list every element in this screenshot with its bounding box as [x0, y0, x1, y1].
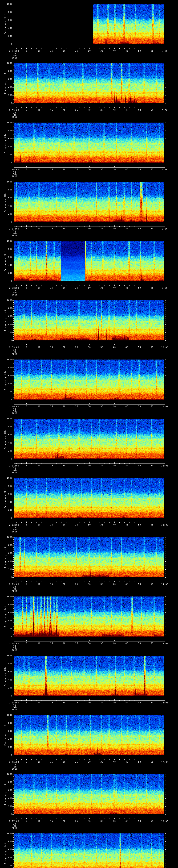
- y-tick-label: 200: [2, 687, 12, 689]
- x-tick-label: 40: [110, 583, 119, 585]
- x-tick-label: 50: [135, 702, 144, 704]
- x-tick-label: 45: [123, 465, 131, 467]
- y-axis-title: Frequency (Hz): [4, 784, 6, 805]
- y-tick-label: 400: [2, 382, 12, 385]
- y-tick-label: 800: [2, 11, 12, 13]
- x-tick-label: 35: [97, 287, 106, 289]
- x-axis-end-time: 9:00: [159, 287, 170, 289]
- y-axis-title: Frequency (Hz): [4, 369, 6, 390]
- y-tick-label: 400: [2, 27, 12, 29]
- x-tick-label: 25: [72, 227, 81, 230]
- y-axis-title: Frequency (Hz): [4, 665, 6, 686]
- spectrogram-panel: Frequency (Hz) 1000 800 600 400 200 0 2:…: [0, 0, 178, 59]
- x-tick-label: 40: [110, 109, 119, 111]
- x-tick-label: 40: [110, 168, 119, 170]
- y-tick-label: 800: [2, 129, 12, 132]
- y-tick-label: 600: [2, 19, 12, 21]
- x-tick-label: 30: [85, 642, 94, 645]
- y-axis-title: Frequency (Hz): [4, 843, 6, 864]
- y-axis-title: Frequency (Hz): [4, 310, 6, 331]
- x-tick-label: 5: [22, 465, 31, 467]
- x-tick-label: 20: [60, 465, 68, 467]
- x-tick-label: 50: [135, 50, 144, 52]
- y-tick-label: 400: [2, 323, 12, 326]
- y-tick-label: 1000: [2, 299, 12, 302]
- y-tick-label: 200: [2, 331, 12, 334]
- x-axis-start-time: 2:16:00: [6, 761, 22, 763]
- x-axis-start-time: 2:14:00: [6, 642, 22, 645]
- y-tick-label: 0: [2, 694, 12, 697]
- y-tick-label: 400: [2, 560, 12, 563]
- y-tick-label: 200: [2, 391, 12, 393]
- x-tick-label: 5: [22, 109, 31, 111]
- y-tick-label: 200: [2, 450, 12, 452]
- x-axis-start-time: 2:17:00: [6, 820, 22, 823]
- x-tick-label: 55: [148, 642, 156, 645]
- y-tick-label: 800: [2, 189, 12, 191]
- x-tick-label: 20: [60, 761, 68, 763]
- y-tick-label: 0: [2, 398, 12, 401]
- y-tick-label: 1000: [2, 773, 12, 775]
- x-tick-label: 15: [47, 346, 56, 348]
- x-tick-label: 15: [47, 109, 56, 111]
- x-tick-label: 55: [148, 820, 156, 823]
- y-tick-label: 0: [2, 636, 12, 638]
- y-axis-title: Frequency (Hz): [4, 428, 6, 449]
- y-tick-label: 400: [2, 146, 12, 148]
- x-tick-label: 55: [148, 50, 156, 52]
- x-tick-label: 50: [135, 642, 144, 645]
- date-line-year: 2016: [9, 649, 20, 651]
- x-tick-label: 50: [135, 109, 144, 111]
- x-tick-label: 15: [47, 50, 56, 52]
- x-axis-end-time: 5:00: [159, 50, 170, 52]
- x-tick-label: 25: [72, 702, 81, 704]
- x-tick-label: 50: [135, 761, 144, 763]
- y-tick-label: 0: [2, 161, 12, 164]
- x-tick-label: 45: [123, 168, 131, 170]
- y-tick-label: 800: [2, 781, 12, 783]
- y-tick-label: 200: [2, 627, 12, 630]
- x-tick-label: 15: [47, 583, 56, 585]
- spectrogram-panel: Frequency (Hz) 1000 800 600 400 200 0 2:…: [0, 59, 178, 119]
- y-tick-label: 800: [2, 426, 12, 428]
- x-tick-label: 40: [110, 642, 119, 645]
- date-line-year: 2016: [9, 57, 20, 59]
- x-tick-label: 45: [123, 50, 131, 52]
- y-tick-label: 400: [2, 856, 12, 859]
- date-line-year: 2016: [9, 412, 20, 414]
- y-axis-title: Frequency (Hz): [4, 250, 6, 272]
- y-tick-label: 1000: [2, 358, 12, 361]
- x-tick-label: 30: [85, 583, 94, 585]
- x-tick-label: 40: [110, 287, 119, 289]
- y-tick-label: 800: [2, 307, 12, 310]
- x-tick-label: 20: [60, 227, 68, 230]
- x-axis-end-time: 13:00: [159, 524, 170, 526]
- x-tick-label: 25: [72, 346, 81, 348]
- x-tick-label: 10: [35, 227, 43, 230]
- x-tick-label: 55: [148, 405, 156, 408]
- x-axis-start-time: 2:11:00: [6, 465, 22, 467]
- x-tick-label: 45: [123, 642, 131, 645]
- date-line-year: 2016: [9, 827, 20, 829]
- x-tick-label: 30: [85, 109, 94, 111]
- date-line-year: 2016: [9, 768, 20, 770]
- x-tick-label: 10: [35, 524, 43, 526]
- y-tick-label: 200: [2, 272, 12, 274]
- x-tick-label: 15: [47, 168, 56, 170]
- x-tick-label: 35: [97, 465, 106, 467]
- spectrogram-panel: Frequency (Hz) 1000 800 600 400 200 0 2:…: [0, 119, 178, 178]
- x-axis-start-time: 2:05:00: [6, 109, 22, 112]
- y-tick-label: 1000: [2, 417, 12, 420]
- x-tick-label: 45: [123, 524, 131, 526]
- y-tick-label: 0: [2, 102, 12, 104]
- x-tick-label: 30: [85, 405, 94, 408]
- y-tick-label: 600: [2, 789, 12, 792]
- x-tick-label: 45: [123, 346, 131, 348]
- x-tick-label: 20: [60, 405, 68, 408]
- x-tick-label: 20: [60, 583, 68, 585]
- y-tick-label: 1000: [2, 536, 12, 538]
- x-tick-label: 10: [35, 583, 43, 585]
- y-tick-label: 0: [2, 754, 12, 756]
- x-tick-label: 35: [97, 109, 106, 111]
- x-tick-label: 25: [72, 50, 81, 52]
